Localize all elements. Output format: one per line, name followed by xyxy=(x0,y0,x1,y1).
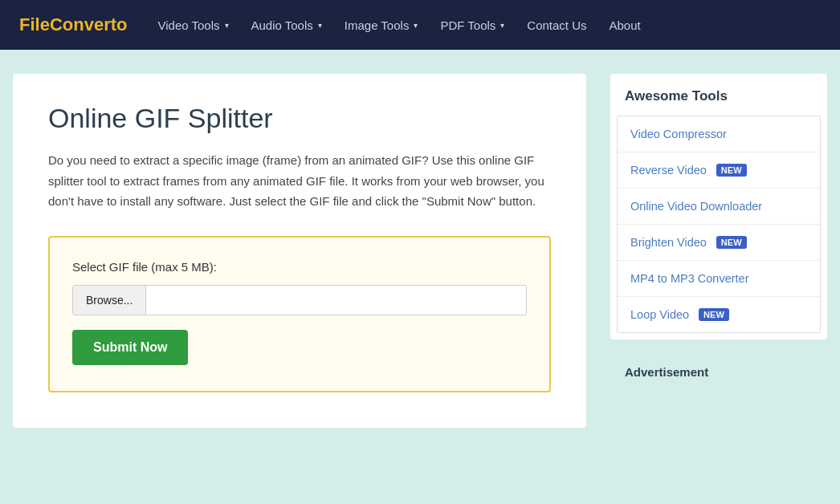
nav-item-label: Contact Us xyxy=(527,18,586,32)
tool-item-label: MP4 to MP3 Converter xyxy=(630,272,748,285)
sidebar-tools-title: Awesome Tools xyxy=(610,88,827,116)
logo-text-start: FileConvert xyxy=(19,14,116,35)
submit-button[interactable]: Submit Now xyxy=(72,330,188,365)
upload-box: Select GIF file (max 5 MB): Browse... Su… xyxy=(48,236,551,392)
dropdown-caret-icon: ▾ xyxy=(225,21,229,30)
nav-item-contact-us[interactable]: Contact Us xyxy=(516,0,597,50)
file-input-row: Browse... xyxy=(72,285,527,315)
tool-list-item[interactable]: Loop VideoNEW xyxy=(618,297,820,332)
new-badge: NEW xyxy=(716,236,747,249)
main-layout: Online GIF Splitter Do you need to extra… xyxy=(0,50,840,452)
nav-item-pdf-tools[interactable]: PDF Tools▾ xyxy=(429,0,516,50)
browse-button[interactable]: Browse... xyxy=(73,286,146,315)
tool-item-label: Reverse Video xyxy=(630,164,707,177)
tool-item-label: Loop Video xyxy=(630,308,689,321)
nav-item-about[interactable]: About xyxy=(598,0,652,50)
new-badge: NEW xyxy=(716,164,747,177)
tool-item-label: Video Compressor xyxy=(630,128,727,140)
tool-list-item[interactable]: Video Compressor xyxy=(618,116,820,152)
page-title: Online GIF Splitter xyxy=(48,103,551,134)
nav-item-label: Audio Tools xyxy=(251,18,313,32)
logo[interactable]: FileConverto xyxy=(19,14,127,35)
nav-item-label: Image Tools xyxy=(345,18,410,32)
file-name-display xyxy=(146,292,526,308)
nav-item-audio-tools[interactable]: Audio Tools▾ xyxy=(240,0,333,50)
page-description: Do you need to extract a specific image … xyxy=(48,150,551,212)
upload-label: Select GIF file (max 5 MB): xyxy=(72,260,527,274)
logo-highlight: o xyxy=(116,14,127,35)
dropdown-caret-icon: ▾ xyxy=(318,21,322,30)
new-badge: NEW xyxy=(699,308,729,321)
sidebar: Awesome Tools Video CompressorReverse Vi… xyxy=(610,74,827,428)
sidebar-card: Awesome Tools Video CompressorReverse Vi… xyxy=(610,74,827,339)
tool-item-label: Online Video Downloader xyxy=(630,200,762,213)
tool-list-item[interactable]: Online Video Downloader xyxy=(618,189,820,225)
nav-item-video-tools[interactable]: Video Tools▾ xyxy=(146,0,239,50)
tool-list-item[interactable]: MP4 to MP3 Converter xyxy=(618,261,820,297)
tools-list: Video CompressorReverse VideoNEWOnline V… xyxy=(617,116,821,333)
nav-item-image-tools[interactable]: Image Tools▾ xyxy=(333,0,430,50)
tool-list-item[interactable]: Brighten VideoNEW xyxy=(618,225,820,261)
nav-item-label: About xyxy=(610,18,641,32)
nav-item-label: PDF Tools xyxy=(440,18,495,32)
nav-item-label: Video Tools xyxy=(157,18,219,32)
dropdown-caret-icon: ▾ xyxy=(414,21,418,30)
tool-list-item[interactable]: Reverse VideoNEW xyxy=(618,152,820,189)
advertisement-title: Advertisement xyxy=(610,356,827,379)
content-card: Online GIF Splitter Do you need to extra… xyxy=(13,74,586,428)
tool-item-label: Brighten Video xyxy=(630,236,707,249)
navbar: FileConverto Video Tools▾Audio Tools▾Ima… xyxy=(0,0,840,50)
dropdown-caret-icon: ▾ xyxy=(500,21,504,30)
